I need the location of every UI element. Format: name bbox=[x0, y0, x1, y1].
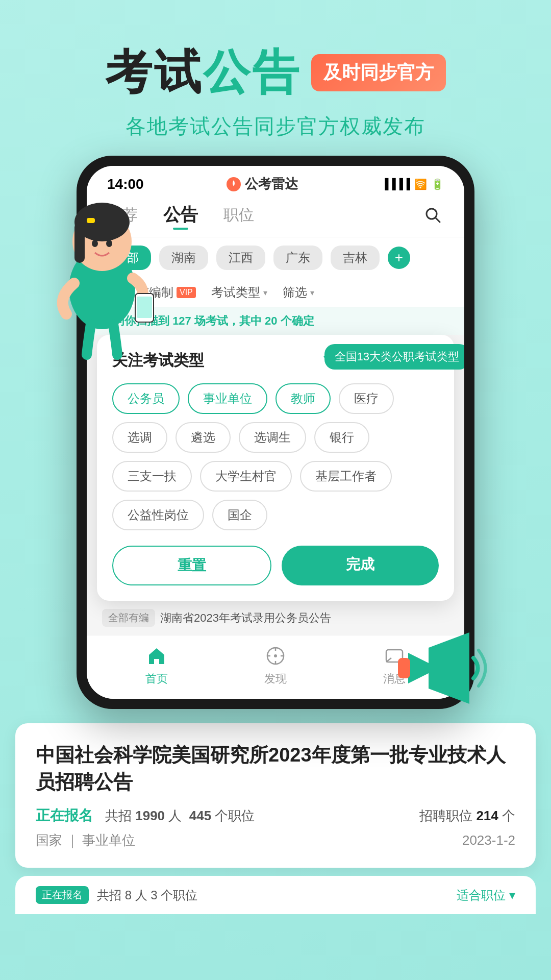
region-add-button[interactable]: + bbox=[388, 247, 410, 269]
announcement-title: 中国社会科学院美国研究所2023年度第一批专业技术人员招聘公告 bbox=[36, 742, 515, 796]
exam-tag-grid: 公务员 事业单位 教师 医疗 选调 遴选 选调生 银行 三支一扶 大学生村官 基… bbox=[112, 383, 439, 530]
hero-title-part1: 考试 bbox=[105, 46, 203, 98]
tag-xuandiao[interactable]: 选调 bbox=[112, 422, 167, 453]
snip-badge: 全部有编 bbox=[102, 609, 155, 627]
modal-overlay: 关注考试类型 公务员 事业单位 教师 医疗 选调 遴选 选调生 银行 三支一扶 … bbox=[87, 335, 464, 601]
reset-button[interactable]: 重置 bbox=[112, 546, 271, 585]
card-footer: 国家 ｜ 事业单位 2023-1-2 bbox=[36, 831, 515, 849]
filter-screen[interactable]: 筛选 ▾ bbox=[283, 284, 314, 301]
positions-count: 招聘职位 214 个 bbox=[419, 807, 515, 825]
partial-card[interactable]: 正在报名 共招 8 人 3 个职位 适合职位 ▾ bbox=[15, 876, 536, 914]
hero-title-part2: 公告 bbox=[203, 46, 301, 98]
hero-title: 考试公告 bbox=[105, 41, 301, 104]
done-button[interactable]: 完成 bbox=[282, 546, 439, 585]
tag-state-owned[interactable]: 国企 bbox=[212, 500, 267, 530]
exam-type-tooltip: 全国13大类公职考试类型 bbox=[324, 344, 464, 370]
exam-type-modal: 关注考试类型 公务员 事业单位 教师 医疗 选调 遴选 选调生 银行 三支一扶 … bbox=[97, 335, 454, 601]
suitable-positions[interactable]: 适合职位 ▾ bbox=[457, 887, 515, 903]
snip-text: 湖南省2023年考试录用公务员公告 bbox=[160, 610, 331, 626]
region-jilin[interactable]: 吉林 bbox=[331, 246, 380, 270]
nav-discover[interactable]: 发现 bbox=[263, 644, 288, 687]
svg-point-5 bbox=[92, 240, 98, 247]
tag-sanzhiyifu[interactable]: 三支一扶 bbox=[112, 461, 192, 492]
tab-announcement[interactable]: 公告 bbox=[163, 203, 198, 227]
status-app-name: 公考雷达 bbox=[227, 175, 298, 193]
search-icon[interactable] bbox=[421, 204, 444, 226]
home-icon bbox=[144, 644, 169, 668]
tag-civil-servant[interactable]: 公务员 bbox=[112, 383, 180, 414]
status-recruiting: 正在报名 bbox=[36, 806, 93, 825]
filter-exam-type[interactable]: 考试类型 ▾ bbox=[211, 284, 267, 301]
main-content-area: 中国社会科学院美国研究所2023年度第一批专业技术人员招聘公告 正在报名 共招 … bbox=[0, 723, 551, 914]
modal-actions: 重置 完成 bbox=[112, 546, 439, 585]
svg-line-14 bbox=[436, 218, 440, 222]
nav-discover-label: 发现 bbox=[264, 671, 287, 687]
nav-home[interactable]: 首页 bbox=[144, 644, 169, 687]
partial-status-badge: 正在报名 bbox=[36, 886, 89, 904]
hero-title-row: 考试公告 及时同步官方 bbox=[0, 41, 551, 104]
svg-rect-3 bbox=[74, 222, 85, 263]
svg-rect-11 bbox=[398, 658, 410, 678]
hero-subtitle: 各地考试公告同步官方权威发布 bbox=[0, 112, 551, 140]
tag-bank[interactable]: 银行 bbox=[314, 422, 369, 453]
main-announcement-card[interactable]: 中国社会科学院美国研究所2023年度第一批专业技术人员招聘公告 正在报名 共招 … bbox=[15, 723, 536, 868]
tag-linxuan[interactable]: 遴选 bbox=[176, 422, 231, 453]
status-icons: ▐▐▐▐ 🛜 🔋 bbox=[381, 178, 444, 190]
partial-count: 共招 8 人 3 个职位 bbox=[97, 887, 197, 903]
tag-welfare-post[interactable]: 公益性岗位 bbox=[112, 500, 204, 530]
discover-icon bbox=[263, 644, 288, 668]
partial-card-left: 正在报名 共招 8 人 3 个职位 bbox=[36, 886, 197, 904]
card-meta-row: 正在报名 共招 1990 人 445 个职位 招聘职位 214 个 bbox=[36, 806, 515, 825]
card-category: 国家 ｜ 事业单位 bbox=[36, 831, 135, 849]
hero-badge: 及时同步官方 bbox=[311, 54, 446, 91]
region-jiangxi[interactable]: 江西 bbox=[216, 246, 265, 270]
region-hunan[interactable]: 湖南 bbox=[159, 246, 208, 270]
svg-marker-9 bbox=[408, 653, 429, 683]
card-date: 2023-1-2 bbox=[462, 832, 515, 848]
tag-shiye[interactable]: 事业单位 bbox=[188, 383, 267, 414]
tag-grassroots[interactable]: 基层工作者 bbox=[300, 461, 392, 492]
svg-point-6 bbox=[106, 240, 112, 247]
character-illustration bbox=[46, 186, 158, 360]
svg-point-16 bbox=[274, 654, 277, 657]
svg-marker-10 bbox=[429, 632, 469, 704]
megaphone-illustration bbox=[388, 617, 490, 719]
tag-teacher[interactable]: 教师 bbox=[276, 383, 331, 414]
tag-medical[interactable]: 医疗 bbox=[339, 383, 394, 414]
svg-rect-8 bbox=[137, 297, 152, 318]
svg-rect-4 bbox=[87, 218, 95, 223]
tag-xuandiaosheng[interactable]: 选调生 bbox=[239, 422, 306, 453]
hero-section: 考试公告 及时同步官方 各地考试公告同步官方权威发布 bbox=[0, 0, 551, 156]
tab-position[interactable]: 职位 bbox=[223, 205, 254, 226]
nav-home-label: 首页 bbox=[145, 671, 168, 687]
tag-village-official[interactable]: 大学生村官 bbox=[200, 461, 292, 492]
total-count: 共招 1990 人 445 个职位 bbox=[105, 807, 255, 825]
region-guangdong[interactable]: 广东 bbox=[273, 246, 322, 270]
